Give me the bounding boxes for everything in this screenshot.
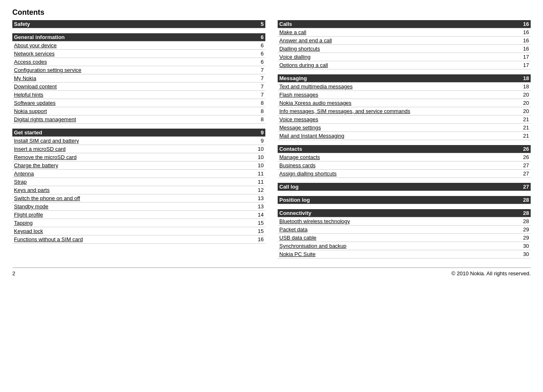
entry-page: 28 [519,218,529,224]
entry-page: 18 [519,83,529,90]
toc-entry[interactable]: Text and multimedia messages18 [278,83,531,91]
entry-label: Download content [14,83,253,90]
section-header-page-messaging: 18 [519,75,529,81]
toc-entry[interactable]: Insert a microSD card10 [12,145,265,153]
toc-entry[interactable]: My Nokia7 [12,74,265,83]
entry-label: Network services [14,51,253,57]
toc-entry[interactable]: Nokia support8 [12,107,265,115]
entry-page: 9 [253,138,264,144]
toc-entry[interactable]: Answer and end a call16 [278,37,531,45]
toc-entry[interactable]: Mail and Instant Messaging21 [278,132,531,140]
entry-label: Configuration setting service [14,67,253,73]
section-header-messaging: Messaging18 [278,74,531,83]
section-header-label-call-log: Call log [279,184,519,190]
toc-entry[interactable]: Keys and parts12 [12,186,265,194]
toc-entry[interactable]: Manage contacts26 [278,153,531,161]
entry-page: 16 [253,236,264,242]
entry-page: 6 [253,42,264,48]
contents-title-row: Contents [12,8,531,17]
main-content: Safety5General information6About your de… [12,20,531,263]
entry-page: 16 [519,46,529,52]
entry-label: Flash messages [279,92,519,98]
entry-label: Nokia support [14,108,253,114]
toc-entry[interactable]: Download content7 [12,83,265,91]
toc-entry[interactable]: Tapping15 [12,219,265,227]
entry-page: 10 [253,146,264,152]
section-calls: Calls16Make a call16Answer and end a cal… [278,20,531,69]
toc-entry[interactable]: Assign dialling shortcuts27 [278,170,531,178]
toc-entry[interactable]: USB data cable29 [278,234,531,242]
toc-entry[interactable]: Strap11 [12,178,265,186]
toc-entry[interactable]: Keypad lock15 [12,227,265,235]
toc-entry[interactable]: Antenna11 [12,170,265,178]
section-header-label-get-started: Get started [14,129,253,136]
toc-entry[interactable]: Nokia Xpress audio messages20 [278,99,531,107]
entry-page: 20 [519,92,529,98]
toc-entry[interactable]: Packet data29 [278,226,531,234]
entry-label: Keys and parts [14,187,253,193]
toc-entry[interactable]: Voice messages21 [278,115,531,124]
entry-label: USB data cable [279,235,519,241]
toc-entry[interactable]: Make a call16 [278,28,531,37]
entry-label: Nokia Xpress audio messages [279,100,519,106]
toc-entry[interactable]: Bluetooth wireless technology28 [278,217,531,226]
entry-label: Helpful hints [14,92,253,98]
entry-label: Assign dialling shortcuts [279,171,519,177]
toc-entry[interactable]: Switch the phone on and off13 [12,194,265,203]
toc-entry[interactable]: Remove the microSD card10 [12,153,265,161]
entry-page: 29 [519,226,529,233]
right-column: Calls16Make a call16Answer and end a cal… [278,20,531,263]
toc-entry[interactable]: Standby mode13 [12,203,265,211]
entry-label: Nokia PC Suite [279,251,519,257]
toc-entry[interactable]: Business cards27 [278,161,531,170]
section-call-log: Call log27 [278,183,531,191]
section-header-connectivity: Connectivity28 [278,209,531,217]
entry-page: 17 [519,62,529,68]
entry-page: 6 [253,51,264,57]
footer-page-number: 2 [12,270,15,277]
section-header-page-safety: 5 [253,21,264,27]
toc-entry[interactable]: Network services6 [12,50,265,58]
entry-page: 26 [519,154,529,160]
entry-label: Antenna [14,171,253,177]
entry-page: 20 [519,108,529,114]
toc-entry[interactable]: Digital rights management8 [12,115,265,124]
footer: 2 © 2010 Nokia. All rights reserved. [12,267,531,277]
section-header-general-information: General information6 [12,33,265,42]
toc-entry[interactable]: Dialling shortcuts16 [278,45,531,53]
entry-label: Charge the battery [14,162,253,168]
toc-entry[interactable]: Access codes6 [12,58,265,66]
entry-page: 8 [253,100,264,106]
entry-page: 21 [519,133,529,139]
toc-entry[interactable]: Flight profile14 [12,211,265,219]
entry-page: 16 [519,29,529,35]
toc-entry[interactable]: Message settings21 [278,124,531,132]
section-header-calls: Calls16 [278,20,531,28]
section-position-log: Position log28 [278,196,531,204]
entry-label: Business cards [279,162,519,168]
toc-entry[interactable]: Options during a call17 [278,61,531,69]
section-header-call-log: Call log27 [278,183,531,191]
entry-label: Voice dialling [279,54,519,60]
entry-page: 27 [519,162,529,168]
section-header-label-messaging: Messaging [279,75,519,81]
toc-entry[interactable]: Nokia PC Suite30 [278,250,531,258]
toc-entry[interactable]: Install SIM card and battery9 [12,137,265,145]
section-header-page-contacts: 26 [519,146,529,152]
entry-label: Switch the phone on and off [14,195,253,201]
toc-entry[interactable]: Info messages, SIM messages, and service… [278,107,531,115]
section-header-page-calls: 16 [519,21,529,27]
toc-entry[interactable]: Synchronisation and backup30 [278,242,531,250]
toc-entry[interactable]: Software updates8 [12,99,265,107]
toc-entry[interactable]: Voice dialling17 [278,53,531,61]
toc-entry[interactable]: Flash messages20 [278,91,531,99]
toc-entry[interactable]: Configuration setting service7 [12,66,265,74]
toc-entry[interactable]: Charge the battery10 [12,161,265,170]
section-get-started: Get started9Install SIM card and battery… [12,129,265,244]
section-header-page-general-information: 6 [253,34,264,40]
entry-label: Info messages, SIM messages, and service… [279,108,519,114]
toc-entry[interactable]: About your device6 [12,42,265,50]
toc-entry[interactable]: Helpful hints7 [12,91,265,99]
section-header-page-get-started: 9 [253,129,264,136]
toc-entry[interactable]: Functions without a SIM card16 [12,235,265,244]
